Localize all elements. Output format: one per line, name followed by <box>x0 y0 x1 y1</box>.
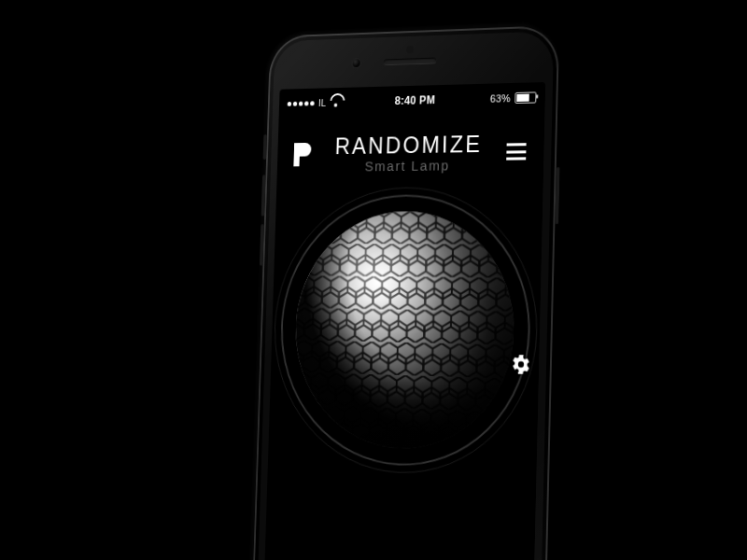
page-title: RANDOMIZE Smart Lamp <box>334 133 483 174</box>
app-screen: IL 8:40 PM 63% RANDOMIZE Smart Lamp <box>263 82 545 560</box>
power-button[interactable] <box>555 167 559 224</box>
menu-icon <box>507 143 527 146</box>
front-camera <box>353 59 360 67</box>
wifi-icon <box>331 98 343 107</box>
bottom-fade <box>263 497 536 560</box>
menu-button[interactable] <box>506 143 526 160</box>
mute-switch[interactable] <box>263 134 267 160</box>
title-sub: Smart Lamp <box>334 158 482 174</box>
scene: IL 8:40 PM 63% RANDOMIZE Smart Lamp <box>0 0 747 560</box>
carrier-label: IL <box>318 97 327 108</box>
battery-icon <box>514 91 536 104</box>
signal-strength-icon <box>288 101 315 106</box>
app-header: RANDOMIZE Smart Lamp <box>277 108 545 179</box>
gear-icon <box>511 354 531 375</box>
settings-button[interactable] <box>511 354 531 375</box>
clock: 8:40 PM <box>395 93 436 107</box>
earpiece-speaker <box>384 58 437 66</box>
proximity-sensor <box>406 46 414 54</box>
volume-down-button[interactable] <box>260 224 264 265</box>
lamp-control[interactable] <box>277 194 533 471</box>
battery-fill <box>516 94 529 102</box>
brand-logo-icon[interactable] <box>293 143 312 166</box>
title-main: RANDOMIZE <box>334 133 482 158</box>
phone-device: IL 8:40 PM 63% RANDOMIZE Smart Lamp <box>249 25 559 560</box>
volume-up-button[interactable] <box>261 175 266 216</box>
battery-percent: 63% <box>490 92 511 105</box>
